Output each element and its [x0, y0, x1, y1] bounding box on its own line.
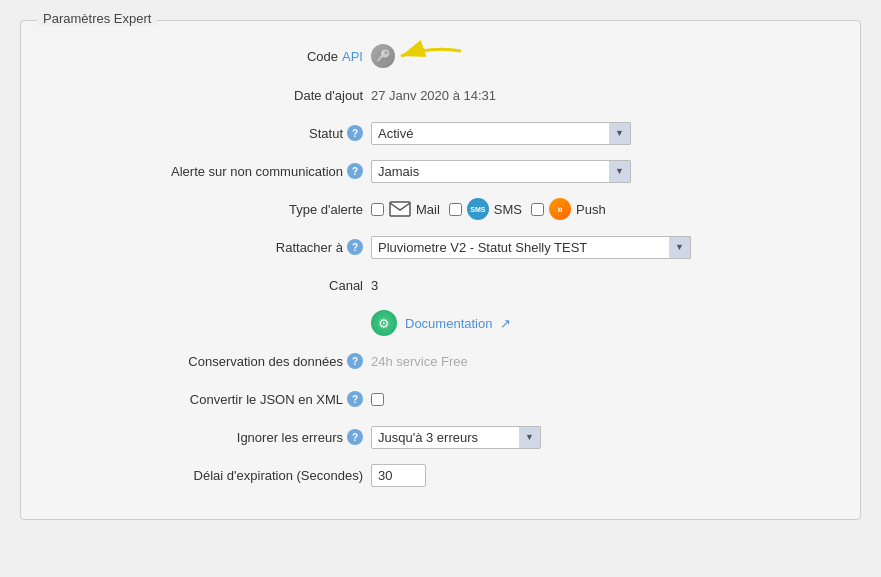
- code-api-row: Code API: [31, 41, 850, 71]
- ignorer-erreurs-label-text: Ignorer les erreurs: [237, 430, 343, 445]
- rattacher-select[interactable]: Pluviometre V2 - Statut Shelly TEST: [371, 236, 691, 259]
- external-link-icon: ↗: [500, 316, 511, 331]
- ignorer-erreurs-help-icon[interactable]: ?: [347, 429, 363, 445]
- delai-expiration-value: [371, 464, 850, 487]
- conservation-row: Conservation des données ? 24h service F…: [31, 347, 850, 375]
- type-alerte-row: Type d'alerte Mail SMS SMS » Push: [31, 195, 850, 223]
- panel-title: Paramètres Expert: [37, 11, 157, 26]
- type-alerte-value: Mail SMS SMS » Push: [371, 198, 850, 220]
- conservation-value: 24h service Free: [371, 354, 850, 369]
- statut-row: Statut ? Activé Désactivé: [31, 119, 850, 147]
- push-label: Push: [576, 202, 606, 217]
- push-icon: »: [549, 198, 571, 220]
- convertir-json-label-text: Convertir le JSON en XML: [190, 392, 343, 407]
- type-alerte-label-text: Type d'alerte: [289, 202, 363, 217]
- conservation-help-icon[interactable]: ?: [347, 353, 363, 369]
- conservation-text: 24h service Free: [371, 354, 468, 369]
- rattacher-select-wrapper: Pluviometre V2 - Statut Shelly TEST: [371, 236, 691, 259]
- statut-select-wrapper: Activé Désactivé: [371, 122, 631, 145]
- ignorer-erreurs-value: Jamais Jusqu'à 3 erreurs Jusqu'à 10 erre…: [371, 426, 850, 449]
- canal-number: 3: [371, 278, 378, 293]
- api-link[interactable]: API: [342, 49, 363, 64]
- mail-icon: [389, 201, 411, 217]
- rattacher-value: Pluviometre V2 - Statut Shelly TEST: [371, 236, 850, 259]
- rattacher-label: Rattacher à ?: [31, 239, 371, 255]
- alerte-non-comm-label-text: Alerte sur non communication: [171, 164, 343, 179]
- annotation-arrow: [391, 41, 471, 71]
- mail-label: Mail: [416, 202, 440, 217]
- documentation-icon: ⚙: [371, 310, 397, 336]
- alerte-non-comm-select-wrapper: Jamais 1 heure 2 heures 6 heures 24 heur…: [371, 160, 631, 183]
- svg-rect-1: [390, 202, 410, 216]
- conservation-label-text: Conservation des données: [188, 354, 343, 369]
- canal-label-text: Canal: [329, 278, 363, 293]
- alerte-non-comm-select[interactable]: Jamais 1 heure 2 heures 6 heures 24 heur…: [371, 160, 631, 183]
- date-ajout-row: Date d'ajout 27 Janv 2020 à 14:31: [31, 81, 850, 109]
- type-alerte-label: Type d'alerte: [31, 202, 371, 217]
- push-checkbox[interactable]: [531, 203, 544, 216]
- ignorer-erreurs-select[interactable]: Jamais Jusqu'à 3 erreurs Jusqu'à 10 erre…: [371, 426, 541, 449]
- date-ajout-value: 27 Janv 2020 à 14:31: [371, 88, 850, 103]
- conservation-label: Conservation des données ?: [31, 353, 371, 369]
- statut-help-icon[interactable]: ?: [347, 125, 363, 141]
- code-api-label: Code API: [31, 49, 371, 64]
- delai-expiration-label: Délai d'expiration (Secondes): [31, 468, 371, 483]
- delai-expiration-label-text: Délai d'expiration (Secondes): [194, 468, 363, 483]
- convertir-json-help-icon[interactable]: ?: [347, 391, 363, 407]
- expert-params-panel: Paramètres Expert Code API Date d'ajout: [20, 20, 861, 520]
- rattacher-label-text: Rattacher à: [276, 240, 343, 255]
- code-api-value: [371, 41, 850, 71]
- alerte-non-comm-help-icon[interactable]: ?: [347, 163, 363, 179]
- date-ajout-text: 27 Janv 2020 à 14:31: [371, 88, 496, 103]
- ignorer-erreurs-label: Ignorer les erreurs ?: [31, 429, 371, 445]
- statut-label-text: Statut: [309, 126, 343, 141]
- alerte-non-comm-label: Alerte sur non communication ?: [31, 163, 371, 179]
- documentation-value: ⚙ Documentation ↗: [371, 310, 850, 336]
- rattacher-help-icon[interactable]: ?: [347, 239, 363, 255]
- sms-checkbox[interactable]: [449, 203, 462, 216]
- copy-api-icon[interactable]: [371, 44, 395, 68]
- alerte-non-comm-row: Alerte sur non communication ? Jamais 1 …: [31, 157, 850, 185]
- ignorer-erreurs-select-wrapper: Jamais Jusqu'à 3 erreurs Jusqu'à 10 erre…: [371, 426, 541, 449]
- sms-label: SMS: [494, 202, 522, 217]
- documentation-link[interactable]: Documentation: [405, 316, 492, 331]
- statut-value: Activé Désactivé: [371, 122, 850, 145]
- canal-value: 3: [371, 278, 850, 293]
- statut-select[interactable]: Activé Désactivé: [371, 122, 631, 145]
- convertir-json-row: Convertir le JSON en XML ?: [31, 385, 850, 413]
- documentation-row: ⚙ Documentation ↗: [31, 309, 850, 337]
- canal-row: Canal 3: [31, 271, 850, 299]
- code-label-text: Code: [307, 49, 338, 64]
- convertir-json-value: [371, 393, 850, 406]
- convertir-json-checkbox[interactable]: [371, 393, 384, 406]
- alerte-non-comm-value: Jamais 1 heure 2 heures 6 heures 24 heur…: [371, 160, 850, 183]
- delai-expiration-input[interactable]: [371, 464, 426, 487]
- rattacher-row: Rattacher à ? Pluviometre V2 - Statut Sh…: [31, 233, 850, 261]
- convertir-json-label: Convertir le JSON en XML ?: [31, 391, 371, 407]
- mail-checkbox[interactable]: [371, 203, 384, 216]
- sms-icon: SMS: [467, 198, 489, 220]
- ignorer-erreurs-row: Ignorer les erreurs ? Jamais Jusqu'à 3 e…: [31, 423, 850, 451]
- delai-expiration-row: Délai d'expiration (Secondes): [31, 461, 850, 489]
- date-ajout-label-text: Date d'ajout: [294, 88, 363, 103]
- date-ajout-label: Date d'ajout: [31, 88, 371, 103]
- canal-label: Canal: [31, 278, 371, 293]
- statut-label: Statut ?: [31, 125, 371, 141]
